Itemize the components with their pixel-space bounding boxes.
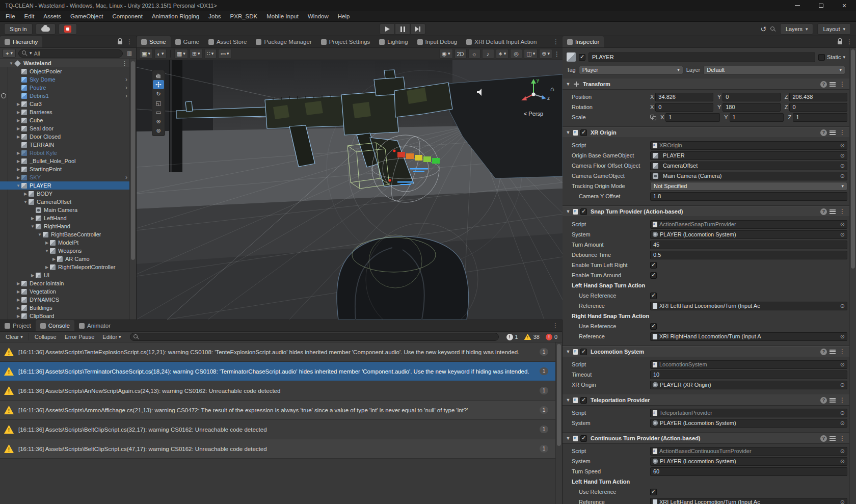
- rotate-tool-button[interactable]: ↻: [153, 89, 164, 98]
- component-enabled-checkbox[interactable]: [580, 208, 587, 215]
- tab-lighting[interactable]: Lighting: [374, 36, 412, 47]
- hierarchy-item-cube[interactable]: ▶Cube: [0, 116, 129, 124]
- presets-icon[interactable]: [830, 350, 836, 354]
- object-field[interactable]: PLAYER (Locomotion System)⊙: [650, 230, 847, 239]
- axis-z-field[interactable]: 0: [789, 103, 847, 112]
- presets-icon[interactable]: [830, 398, 836, 403]
- fold-closed-icon[interactable]: ▶: [44, 265, 50, 270]
- console-entry[interactable]: ![16:11:36] Assets\Scripts\TerminatorCha…: [0, 362, 555, 381]
- hierarchy-item-ar-camo[interactable]: ▶AR Camo: [0, 255, 129, 263]
- hierarchy-item-terrain[interactable]: TERRAIN: [0, 141, 129, 149]
- snap-move-button[interactable]: ⊞▾: [190, 49, 203, 59]
- snap-increment-button[interactable]: ∷▾: [204, 49, 217, 59]
- help-icon[interactable]: ?: [820, 81, 827, 88]
- fold-closed-icon[interactable]: ▶: [15, 110, 21, 115]
- axis-x-field[interactable]: 1: [665, 113, 720, 122]
- play-button[interactable]: [380, 23, 395, 35]
- fold-closed-icon[interactable]: ▶: [15, 118, 21, 123]
- component-menu-icon[interactable]: ⋮: [838, 435, 846, 442]
- fold-open-icon[interactable]: ▼: [566, 349, 571, 354]
- object-field[interactable]: ActionBasedSnapTurnProvider⊙: [650, 220, 847, 229]
- fold-open-icon[interactable]: ▼: [30, 224, 36, 229]
- grid-button[interactable]: ▦▾: [174, 49, 188, 59]
- scene-menu-icon[interactable]: ⋮: [122, 60, 127, 67]
- checkbox[interactable]: [650, 262, 657, 269]
- fold-open-icon[interactable]: ▼: [566, 436, 571, 441]
- lock-icon[interactable]: [838, 41, 842, 44]
- component-menu-icon[interactable]: ⋮: [838, 81, 846, 88]
- object-picker-icon[interactable]: ⊙: [840, 303, 845, 309]
- prefab-children-arrow-icon[interactable]: ›: [125, 92, 127, 99]
- checkbox[interactable]: [650, 323, 657, 330]
- object-picker-icon[interactable]: ⊙: [840, 361, 845, 368]
- object-picker-icon[interactable]: ⊙: [840, 173, 845, 179]
- axis-z-field[interactable]: 1: [793, 113, 847, 122]
- tab-package-manager[interactable]: Package Manager: [251, 36, 316, 47]
- hierarchy-item-poutre[interactable]: Poutre›: [0, 84, 129, 92]
- sign-in-button[interactable]: Sign in: [4, 23, 33, 35]
- prefab-children-arrow-icon[interactable]: ›: [125, 174, 127, 181]
- error-count[interactable]: !0: [543, 334, 560, 340]
- object-field[interactable]: LocomotionSystem⊙: [650, 360, 847, 369]
- add-gameobject-button[interactable]: +▾: [3, 49, 16, 58]
- fold-closed-icon[interactable]: ▶: [15, 159, 21, 164]
- fold-closed-icon[interactable]: ▶: [30, 216, 36, 221]
- fold-closed-icon[interactable]: ▶: [15, 151, 21, 155]
- gameobject-name-field[interactable]: PLAYER: [588, 52, 815, 62]
- checkbox[interactable]: [650, 293, 657, 299]
- fold-open-icon[interactable]: ▼: [566, 82, 571, 87]
- tab-input-debug[interactable]: Input Debug: [413, 36, 462, 47]
- hierarchy-item-car3[interactable]: ▶Car3: [0, 100, 129, 108]
- editor-dropdown[interactable]: Editor▾: [99, 333, 124, 341]
- object-picker-icon[interactable]: ⊙: [840, 458, 845, 465]
- gameobject-active-checkbox[interactable]: [579, 54, 585, 61]
- component-menu-icon[interactable]: ⋮: [838, 396, 846, 404]
- scale-link-icon[interactable]: [650, 115, 656, 120]
- menu-window[interactable]: Window: [303, 11, 333, 22]
- home-view-icon[interactable]: ⌂: [550, 85, 554, 93]
- layers-dropdown[interactable]: Layers▾: [780, 23, 814, 35]
- fold-open-icon[interactable]: ▼: [15, 183, 21, 188]
- presets-icon[interactable]: [830, 436, 836, 441]
- rect-tool-button[interactable]: ▭: [153, 108, 164, 117]
- object-picker-icon[interactable]: ⊙: [840, 410, 845, 416]
- hierarchy-item-main-camera[interactable]: Main Camera: [0, 206, 129, 214]
- hierarchy-item-startingpoint[interactable]: ▶StartingPoint: [0, 165, 129, 173]
- fold-closed-icon[interactable]: ▶: [15, 126, 21, 131]
- tab-animator[interactable]: Animator: [74, 320, 115, 331]
- scene-viewport[interactable]: [137, 60, 563, 320]
- checkbox[interactable]: [650, 272, 657, 279]
- object-field[interactable]: PLAYER (XR Origin)⊙: [650, 381, 847, 389]
- help-icon[interactable]: ?: [820, 208, 827, 215]
- tab-asset-store[interactable]: Asset Store: [204, 36, 251, 47]
- scene-audio-button[interactable]: ♪: [482, 49, 494, 59]
- warning-count[interactable]: !38: [522, 334, 542, 340]
- hierarchy-item-debris1[interactable]: Debris1›: [0, 92, 129, 100]
- menu-component[interactable]: Component: [108, 11, 147, 22]
- console-entry[interactable]: ![16:11:36] Assets\Scripts\AmmoAffichage…: [0, 401, 555, 420]
- fold-open-icon[interactable]: ▼: [37, 232, 43, 237]
- axis-y-field[interactable]: 180: [723, 103, 781, 112]
- render-mode-button[interactable]: ◉▾: [439, 49, 452, 59]
- fold-open-icon[interactable]: ▼: [44, 249, 50, 253]
- console-entry[interactable]: ![16:11:36] Assets\Scripts\BeltClipScrip…: [0, 439, 555, 459]
- hierarchy-search-input[interactable]: ▾ All: [18, 49, 123, 58]
- view-tool-button[interactable]: [153, 71, 164, 80]
- selection-outline-button[interactable]: ▣▾: [139, 49, 153, 59]
- maximize-button[interactable]: [809, 0, 833, 11]
- object-picker-icon[interactable]: ⊙: [840, 221, 845, 228]
- axis-z-field[interactable]: 206.438: [789, 93, 847, 101]
- component-header-snap-turn-provider-action-based[interactable]: ▼Snap Turn Provider (Action-based)?⋮: [563, 206, 849, 217]
- menu-pxr-sdk[interactable]: PXR_SDK: [226, 11, 262, 22]
- clear-button[interactable]: Clear▾: [2, 333, 26, 341]
- presets-icon[interactable]: [830, 82, 836, 87]
- menu-mobile-input[interactable]: Mobile Input: [262, 11, 303, 22]
- hierarchy-item-decor-lointain[interactable]: ▶Decor lointain: [0, 279, 129, 287]
- hierarchy-item-robot-kyle[interactable]: ▶Robot Kyle: [0, 149, 129, 157]
- component-enabled-checkbox[interactable]: [580, 397, 587, 404]
- effects-button[interactable]: ∗▾: [496, 49, 509, 59]
- inspector-scrollbar[interactable]: [849, 48, 856, 504]
- console-entry[interactable]: ![16:11:36] Assets\Scripts\AnNewScriptAg…: [0, 381, 555, 401]
- fold-closed-icon[interactable]: ▶: [15, 314, 21, 319]
- object-picker-icon[interactable]: ⊙: [840, 152, 845, 159]
